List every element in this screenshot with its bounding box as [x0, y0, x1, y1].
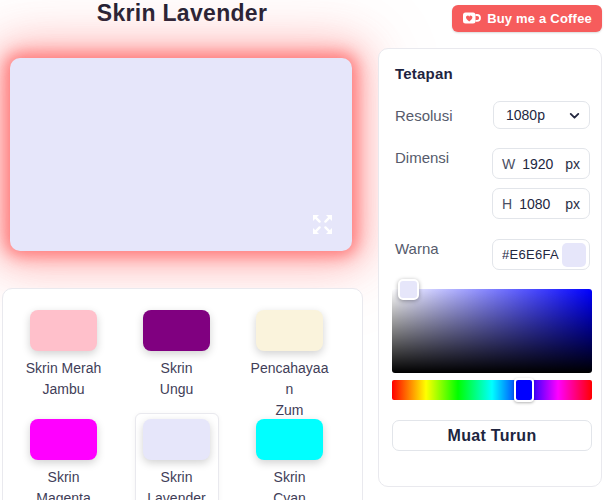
swatch-label: SkrinCyan: [249, 467, 331, 500]
coffee-button-label: Buy me a Coffee: [487, 11, 592, 26]
hue-handle[interactable]: [514, 378, 534, 402]
swatch-label: SkrinLavender: [136, 467, 218, 500]
swatch-card-lavender[interactable]: SkrinLavender: [135, 413, 219, 500]
swatch-label: SkrinUngu: [136, 358, 218, 400]
hue-slider[interactable]: [392, 380, 592, 400]
settings-panel: Tetapan Resolusi 1080p Dimensi W px H px…: [378, 48, 602, 487]
swatch-color-chip: [30, 419, 97, 460]
width-input[interactable]: [522, 156, 564, 172]
swatch-card-magenta[interactable]: SkrinMagenta: [22, 413, 106, 500]
swatch-color-chip: [256, 310, 323, 351]
current-color-chip: [562, 243, 586, 267]
preset-grid: Skrin MerahJambu SkrinUngu PencahayaanZu…: [3, 289, 362, 500]
swatch-card-ungu[interactable]: SkrinUngu: [135, 304, 219, 413]
dimension-label: Dimensi: [395, 149, 449, 166]
coffee-cup-icon: [462, 11, 481, 26]
preset-screens-panel: Skrin MerahJambu SkrinUngu PencahayaanZu…: [2, 288, 363, 500]
settings-title: Tetapan: [395, 65, 453, 82]
swatch-card-merah-jambu[interactable]: Skrin MerahJambu: [22, 304, 106, 413]
swatch-color-chip: [143, 419, 210, 460]
height-field: H px: [492, 188, 590, 219]
width-unit: px: [565, 156, 580, 172]
swatch-label: Skrin MerahJambu: [23, 358, 105, 400]
color-hex-field: [492, 239, 590, 270]
swatch-color-chip: [143, 310, 210, 351]
saturation-brightness-area[interactable]: [392, 289, 592, 373]
height-unit: px: [565, 196, 580, 212]
saturation-handle[interactable]: [398, 279, 419, 300]
swatch-label: PencahayaanZum: [249, 358, 331, 421]
color-label: Warna: [395, 240, 439, 257]
expand-fullscreen-icon[interactable]: [309, 211, 336, 238]
width-prefix: W: [502, 156, 515, 172]
page-title: Skrin Lavender: [0, 0, 364, 27]
color-hex-input[interactable]: [502, 247, 562, 262]
resolution-label: Resolusi: [395, 107, 453, 124]
download-button[interactable]: Muat Turun: [392, 420, 592, 451]
width-field: W px: [492, 148, 590, 179]
height-input[interactable]: [519, 196, 561, 212]
resolution-select[interactable]: 1080p: [493, 101, 590, 129]
swatch-label: SkrinMagenta: [23, 467, 105, 500]
swatch-color-chip: [30, 310, 97, 351]
height-prefix: H: [502, 196, 512, 212]
swatch-color-chip: [256, 419, 323, 460]
swatch-card-cyan[interactable]: SkrinCyan: [248, 413, 332, 500]
swatch-card-pencahayaan-zum[interactable]: PencahayaanZum: [248, 304, 332, 413]
buy-me-a-coffee-button[interactable]: Buy me a Coffee: [452, 5, 602, 32]
screen-preview[interactable]: [10, 58, 352, 251]
resolution-select-wrap: 1080p: [493, 101, 590, 129]
